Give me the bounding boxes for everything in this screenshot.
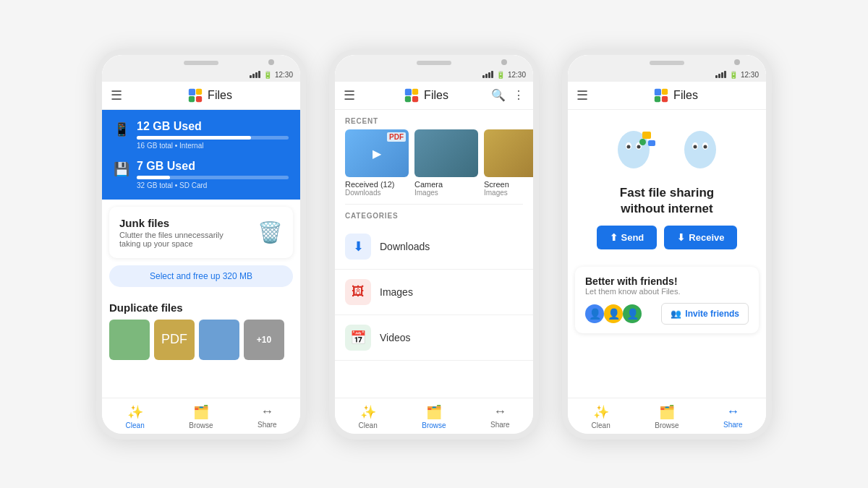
junk-title: Junk files (119, 217, 250, 229)
downloads-label: Downloads (380, 241, 430, 252)
duplicate-section: Duplicate files PDF +10 (109, 294, 293, 367)
browse-label-1: Browse (189, 421, 213, 429)
svg-rect-8 (655, 88, 661, 95)
menu-icon-1[interactable]: ☰ (111, 87, 122, 103)
battery-icon-1: 🔋 (263, 71, 272, 79)
friends-row: 👤 👤 👤 👥 Invite friends (585, 303, 749, 325)
svg-rect-9 (662, 88, 668, 94)
nav-clean-1[interactable]: ✨ Clean (102, 403, 168, 431)
dup-thumb-2: PDF (154, 320, 195, 360)
svg-rect-7 (412, 95, 418, 101)
sd-storage: 💾 7 GB Used 32 GB total • SD Card (114, 160, 289, 189)
category-videos[interactable]: 📅 Videos (335, 315, 533, 361)
svg-rect-1 (196, 88, 202, 94)
junk-desc: Clutter the files unnecessarilytaking up… (119, 231, 250, 248)
svg-rect-6 (405, 95, 411, 101)
share-icon-3: ↔️ (726, 404, 739, 419)
select-free-button[interactable]: Select and free up 320 MB (109, 265, 293, 287)
junk-icon: 🗑️ (258, 221, 283, 244)
friend-avatars: 👤 👤 👤 (585, 304, 642, 323)
menu-icon-2[interactable]: ☰ (344, 87, 355, 103)
friends-desc: Let them know about Files. (585, 287, 749, 296)
avatar-1: 👤 (585, 304, 604, 323)
invite-friends-button[interactable]: 👥 Invite friends (661, 303, 749, 325)
recent-thumb-received: ▶ PDF (345, 129, 409, 177)
internal-storage-fill (137, 136, 251, 140)
images-icon: 🖼 (352, 284, 365, 299)
clean-label-2: Clean (359, 421, 378, 429)
share-icon-2: ↔️ (493, 404, 506, 419)
files-logo-1 (187, 87, 203, 103)
category-downloads[interactable]: ⬇ Downloads (335, 224, 533, 270)
app-title-2: Files (424, 89, 448, 102)
share-icon-1: ↔️ (260, 404, 273, 419)
svg-rect-0 (189, 88, 195, 95)
browse-icon-3: 🗂️ (659, 404, 675, 420)
dup-thumb-more: +10 (244, 320, 284, 360)
ghost-illustration (613, 124, 720, 175)
sd-storage-fill (137, 176, 170, 179)
videos-label: Videos (380, 332, 411, 343)
junk-card: Junk files Clutter the files unnecessari… (109, 207, 293, 258)
internal-storage-icon: 📱 (114, 121, 129, 137)
recent-thumb-camera (414, 129, 478, 177)
recent-thumb-screen (484, 129, 533, 177)
nav-share-2[interactable]: ↔️ Share (467, 403, 533, 431)
recent-item-camera[interactable]: Camera Images (414, 129, 478, 197)
downloads-icon: ⬇ (353, 239, 364, 254)
clean-label-3: Clean (592, 421, 610, 429)
phone-top-bar-2 (335, 55, 533, 69)
browse-icon-1: 🗂️ (193, 404, 209, 420)
files-logo-2 (404, 87, 420, 103)
hero-title: Fast file sharingwithout internet (620, 185, 714, 217)
send-label: Send (621, 232, 644, 243)
clean-icon-1: ✨ (127, 404, 143, 420)
time-2: 12:30 (508, 71, 526, 79)
clean-icon-3: ✨ (593, 404, 609, 420)
nav-clean-2[interactable]: ✨ Clean (335, 403, 401, 431)
svg-point-16 (637, 145, 641, 148)
receive-button[interactable]: ⬇ Receive (664, 226, 737, 249)
nav-browse-1[interactable]: 🗂️ Browse (168, 403, 234, 431)
camera-3 (734, 59, 740, 65)
recent-sub-received: Downloads (345, 189, 409, 197)
recent-sub-screen: Images (484, 189, 533, 197)
time-1: 12:30 (275, 71, 293, 79)
phone-top-bar-1 (102, 55, 300, 69)
speaker-2 (417, 61, 451, 65)
recent-item-screen[interactable]: Screen Images (484, 129, 533, 197)
nav-share-1[interactable]: ↔️ Share (234, 403, 300, 431)
send-icon: ⬆ (610, 232, 618, 243)
send-button[interactable]: ⬆ Send (597, 226, 658, 249)
nav-clean-3[interactable]: ✨ Clean (568, 403, 634, 431)
svg-rect-18 (648, 140, 655, 146)
share-label-3: Share (723, 421, 743, 429)
svg-point-24 (704, 145, 707, 148)
phones-container: 🔋 12:30 ☰ Files (82, 35, 786, 454)
app-title-1: Files (208, 89, 232, 102)
categories-label: CATEGORIES (335, 205, 533, 224)
nav-browse-3[interactable]: 🗂️ Browse (634, 403, 699, 431)
nav-browse-2[interactable]: 🗂️ Browse (401, 403, 467, 431)
phone-top-bar-3 (568, 55, 766, 69)
signal-icon-3 (715, 71, 726, 78)
internal-storage-detail: 16 GB total • Internal (137, 142, 289, 150)
svg-point-23 (694, 145, 697, 148)
internal-storage: 📱 12 GB Used 16 GB total • Internal (114, 120, 289, 150)
search-button-2[interactable]: 🔍 (491, 88, 506, 102)
sd-storage-icon: 💾 (114, 161, 129, 177)
bottom-nav-3: ✨ Clean 🗂️ Browse ↔️ Share (568, 398, 766, 434)
svg-rect-2 (189, 95, 195, 101)
browse-label-2: Browse (422, 421, 446, 429)
menu-icon-3[interactable]: ☰ (576, 87, 588, 103)
category-images[interactable]: 🖼 Images (335, 270, 533, 315)
app-bar-2: ☰ Files 🔍 ⋮ (335, 82, 533, 110)
dup-thumb-1 (109, 320, 150, 360)
camera-1 (268, 59, 274, 65)
more-button-2[interactable]: ⋮ (513, 88, 524, 102)
recent-item-received[interactable]: ▶ PDF Received (12) Downloads (345, 129, 409, 197)
phone-1: 🔋 12:30 ☰ Files (96, 49, 306, 440)
svg-point-20 (684, 131, 716, 168)
share-hero: Fast file sharingwithout internet ⬆ Send… (568, 110, 766, 260)
nav-share-3[interactable]: ↔️ Share (700, 403, 766, 431)
